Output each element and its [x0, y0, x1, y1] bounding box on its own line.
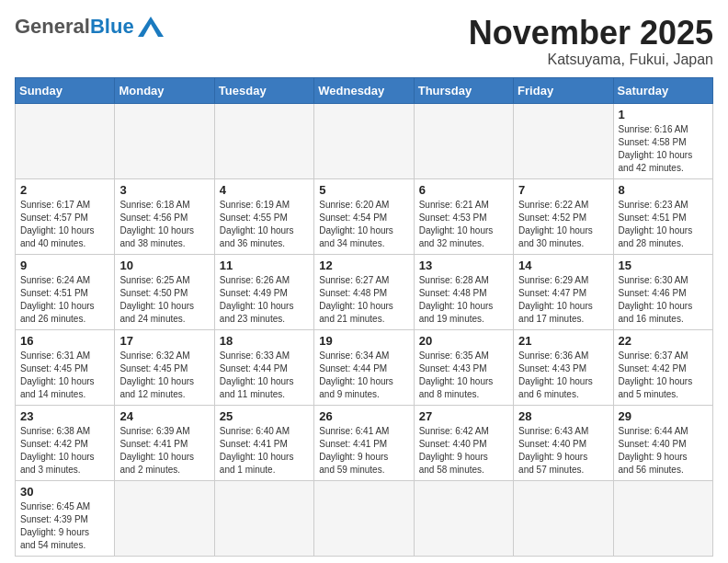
logo-icon: [138, 17, 164, 37]
day-number: 30: [20, 485, 109, 499]
day-cell: 11Sunrise: 6:26 AM Sunset: 4:49 PM Dayli…: [214, 254, 313, 329]
day-cell: 26Sunrise: 6:41 AM Sunset: 4:41 PM Dayli…: [314, 405, 414, 480]
day-number: 15: [619, 259, 708, 272]
day-number: 16: [20, 334, 109, 348]
day-cell: 28Sunrise: 6:43 AM Sunset: 4:40 PM Dayli…: [514, 405, 613, 480]
day-info: Sunrise: 6:26 AM Sunset: 4:49 PM Dayligh…: [220, 274, 309, 326]
day-info: Sunrise: 6:45 AM Sunset: 4:39 PM Dayligh…: [20, 500, 109, 552]
day-cell: 16Sunrise: 6:31 AM Sunset: 4:45 PM Dayli…: [16, 329, 115, 405]
day-info: Sunrise: 6:38 AM Sunset: 4:42 PM Dayligh…: [20, 425, 109, 477]
day-cell: 27Sunrise: 6:42 AM Sunset: 4:40 PM Dayli…: [414, 405, 513, 480]
day-info: Sunrise: 6:22 AM Sunset: 4:52 PM Dayligh…: [518, 199, 608, 250]
day-info: Sunrise: 6:29 AM Sunset: 4:47 PM Dayligh…: [518, 274, 608, 326]
day-cell: [514, 480, 613, 556]
day-info: Sunrise: 6:17 AM Sunset: 4:57 PM Dayligh…: [20, 199, 109, 250]
day-cell: [414, 480, 513, 556]
week-row-6: 30Sunrise: 6:45 AM Sunset: 4:39 PM Dayli…: [16, 480, 713, 556]
day-number: 27: [419, 409, 508, 423]
day-number: 13: [419, 259, 508, 272]
weekday-header-friday: Friday: [514, 77, 613, 103]
week-row-2: 2Sunrise: 6:17 AM Sunset: 4:57 PM Daylig…: [16, 178, 713, 254]
day-info: Sunrise: 6:16 AM Sunset: 4:58 PM Dayligh…: [619, 123, 708, 175]
location: Katsuyama, Fukui, Japan: [469, 52, 713, 68]
day-number: 23: [20, 409, 109, 423]
day-cell: 15Sunrise: 6:30 AM Sunset: 4:46 PM Dayli…: [613, 254, 712, 329]
title-block: November 2025 Katsuyama, Fukui, Japan: [469, 15, 713, 68]
day-number: 7: [518, 183, 608, 197]
logo-blue-text: Blue: [90, 15, 134, 39]
day-cell: 6Sunrise: 6:21 AM Sunset: 4:53 PM Daylig…: [414, 178, 513, 254]
day-cell: 10Sunrise: 6:25 AM Sunset: 4:50 PM Dayli…: [115, 254, 214, 329]
day-cell: 22Sunrise: 6:37 AM Sunset: 4:42 PM Dayli…: [613, 329, 712, 405]
day-info: Sunrise: 6:40 AM Sunset: 4:41 PM Dayligh…: [220, 425, 309, 477]
day-number: 10: [119, 259, 209, 272]
day-number: 5: [319, 183, 408, 197]
day-info: Sunrise: 6:30 AM Sunset: 4:46 PM Dayligh…: [619, 274, 708, 326]
day-info: Sunrise: 6:41 AM Sunset: 4:41 PM Dayligh…: [319, 425, 408, 477]
month-title: November 2025: [469, 15, 713, 52]
day-cell: 21Sunrise: 6:36 AM Sunset: 4:43 PM Dayli…: [514, 329, 613, 405]
page-header: General Blue November 2025 Katsuyama, Fu…: [15, 15, 713, 68]
weekday-header-tuesday: Tuesday: [214, 77, 313, 103]
day-number: 20: [419, 334, 508, 348]
day-cell: [514, 103, 613, 178]
day-cell: 8Sunrise: 6:23 AM Sunset: 4:51 PM Daylig…: [613, 178, 712, 254]
day-number: 19: [319, 334, 408, 348]
day-number: 26: [319, 409, 408, 423]
day-cell: [115, 480, 214, 556]
day-info: Sunrise: 6:25 AM Sunset: 4:50 PM Dayligh…: [119, 274, 209, 326]
week-row-1: 1Sunrise: 6:16 AM Sunset: 4:58 PM Daylig…: [16, 103, 713, 178]
day-info: Sunrise: 6:34 AM Sunset: 4:44 PM Dayligh…: [319, 350, 408, 401]
day-info: Sunrise: 6:19 AM Sunset: 4:55 PM Dayligh…: [220, 199, 309, 250]
day-cell: 14Sunrise: 6:29 AM Sunset: 4:47 PM Dayli…: [514, 254, 613, 329]
day-number: 4: [220, 183, 309, 197]
day-number: 11: [220, 259, 309, 272]
day-number: 18: [220, 334, 309, 348]
day-number: 29: [619, 409, 708, 423]
day-cell: 4Sunrise: 6:19 AM Sunset: 4:55 PM Daylig…: [214, 178, 313, 254]
day-cell: 19Sunrise: 6:34 AM Sunset: 4:44 PM Dayli…: [314, 329, 414, 405]
day-cell: [414, 103, 513, 178]
day-number: 21: [518, 334, 608, 348]
day-info: Sunrise: 6:27 AM Sunset: 4:48 PM Dayligh…: [319, 274, 408, 326]
day-cell: [115, 103, 214, 178]
weekday-header-saturday: Saturday: [613, 77, 712, 103]
day-cell: 3Sunrise: 6:18 AM Sunset: 4:56 PM Daylig…: [115, 178, 214, 254]
day-info: Sunrise: 6:36 AM Sunset: 4:43 PM Dayligh…: [518, 350, 608, 401]
logo: General Blue: [15, 15, 164, 39]
day-cell: [16, 103, 115, 178]
day-cell: 12Sunrise: 6:27 AM Sunset: 4:48 PM Dayli…: [314, 254, 414, 329]
day-info: Sunrise: 6:39 AM Sunset: 4:41 PM Dayligh…: [119, 425, 209, 477]
day-cell: 13Sunrise: 6:28 AM Sunset: 4:48 PM Dayli…: [414, 254, 513, 329]
day-cell: 18Sunrise: 6:33 AM Sunset: 4:44 PM Dayli…: [214, 329, 313, 405]
day-info: Sunrise: 6:20 AM Sunset: 4:54 PM Dayligh…: [319, 199, 408, 250]
day-cell: 9Sunrise: 6:24 AM Sunset: 4:51 PM Daylig…: [16, 254, 115, 329]
week-row-3: 9Sunrise: 6:24 AM Sunset: 4:51 PM Daylig…: [16, 254, 713, 329]
day-info: Sunrise: 6:44 AM Sunset: 4:40 PM Dayligh…: [619, 425, 708, 477]
day-cell: [613, 480, 712, 556]
day-cell: [214, 480, 313, 556]
logo-general-text: General: [15, 15, 90, 39]
day-info: Sunrise: 6:42 AM Sunset: 4:40 PM Dayligh…: [419, 425, 508, 477]
day-cell: 29Sunrise: 6:44 AM Sunset: 4:40 PM Dayli…: [613, 405, 712, 480]
day-info: Sunrise: 6:23 AM Sunset: 4:51 PM Dayligh…: [619, 199, 708, 250]
day-info: Sunrise: 6:24 AM Sunset: 4:51 PM Dayligh…: [20, 274, 109, 326]
day-number: 3: [119, 183, 209, 197]
day-info: Sunrise: 6:21 AM Sunset: 4:53 PM Dayligh…: [419, 199, 508, 250]
day-cell: [314, 480, 414, 556]
day-cell: 5Sunrise: 6:20 AM Sunset: 4:54 PM Daylig…: [314, 178, 414, 254]
day-number: 12: [319, 259, 408, 272]
day-cell: [214, 103, 313, 178]
day-cell: 1Sunrise: 6:16 AM Sunset: 4:58 PM Daylig…: [613, 103, 712, 178]
weekday-header-wednesday: Wednesday: [314, 77, 414, 103]
day-cell: 2Sunrise: 6:17 AM Sunset: 4:57 PM Daylig…: [16, 178, 115, 254]
day-cell: 20Sunrise: 6:35 AM Sunset: 4:43 PM Dayli…: [414, 329, 513, 405]
day-number: 14: [518, 259, 608, 272]
day-cell: 17Sunrise: 6:32 AM Sunset: 4:45 PM Dayli…: [115, 329, 214, 405]
day-number: 9: [20, 259, 109, 272]
week-row-4: 16Sunrise: 6:31 AM Sunset: 4:45 PM Dayli…: [16, 329, 713, 405]
day-number: 24: [119, 409, 209, 423]
day-info: Sunrise: 6:31 AM Sunset: 4:45 PM Dayligh…: [20, 350, 109, 401]
day-number: 17: [119, 334, 209, 348]
calendar-table: SundayMondayTuesdayWednesdayThursdayFrid…: [15, 77, 713, 557]
